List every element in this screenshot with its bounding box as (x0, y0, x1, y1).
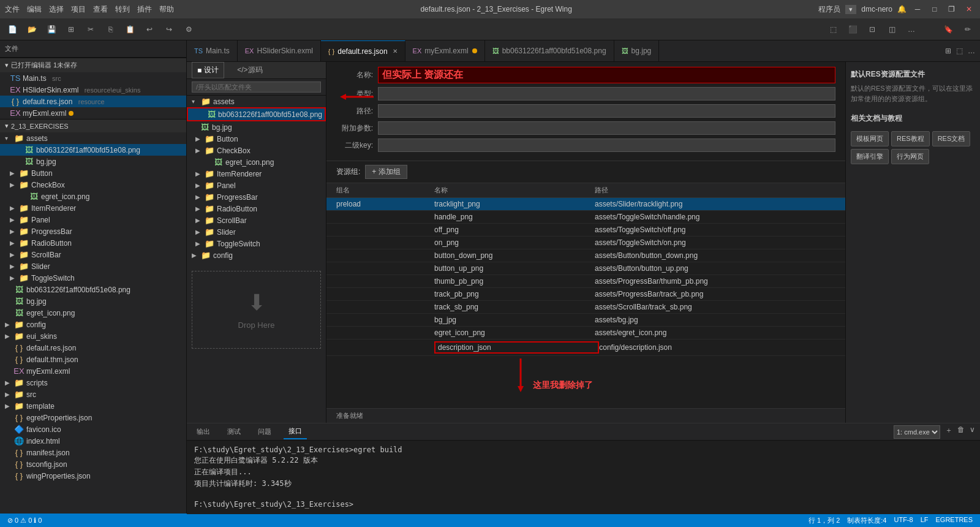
tree-config[interactable]: ▶ 📁 config (0, 319, 186, 330)
minimize-btn[interactable]: ─ (911, 3, 924, 15)
tree-assets[interactable]: ▾ 📁 assets (0, 132, 186, 144)
layout-btn-3[interactable]: ⊡ (865, 22, 880, 37)
panel-slider[interactable]: ▶ 📁 Slider (187, 226, 326, 238)
settings-btn[interactable]: ⚙ (181, 22, 196, 37)
tree-radiobutton[interactable]: ▶ 📁 RadioButton (0, 237, 186, 249)
tab-bb0631[interactable]: 🖼 bb0631226f1aff00bfd51e08.png (485, 40, 614, 62)
tree-scrollbar[interactable]: ▶ 📁 ScrollBar (0, 249, 186, 260)
tab-default-res[interactable]: { } default.res.json ✕ (321, 40, 405, 62)
tree-tsconfig[interactable]: { } tsconfig.json (0, 458, 186, 470)
type-input[interactable] (378, 87, 835, 100)
tab-myexml[interactable]: EX myExml.exml (405, 40, 485, 62)
tree-toggleswitch[interactable]: ▶ 📁 ToggleSwitch (0, 272, 186, 284)
open-editors-section[interactable]: ▾ 已打开编辑器 1未保存 (0, 58, 186, 72)
tree-progressbar[interactable]: ▶ 📁 ProgressBar (0, 226, 186, 237)
icon-edit2[interactable]: ✏ (960, 22, 975, 37)
save-btn[interactable]: 💾 (44, 22, 59, 37)
terminal-tab-problems[interactable]: 问题 (253, 425, 276, 439)
new-file-btn[interactable]: 📄 (5, 22, 20, 37)
table-row-bg-jpg[interactable]: bg_jpg assets/bg.jpg (326, 314, 845, 327)
undo-btn[interactable]: ↩ (142, 22, 157, 37)
restore-btn[interactable]: ❐ (946, 3, 958, 15)
tree-panel[interactable]: ▶ 📁 Panel (0, 214, 186, 226)
tree-bg-root[interactable]: 🖼 bg.jpg (0, 295, 186, 307)
more-actions-btn[interactable]: … (968, 47, 975, 55)
tab-main-ts[interactable]: TS Main.ts (187, 40, 238, 62)
panel-egret-icon[interactable]: 🖼 egret_icon.png (187, 156, 326, 168)
table-row-btn-up[interactable]: button_up_png assets/Button/button_up.pn… (326, 262, 845, 275)
copy-btn[interactable]: ⎘ (103, 22, 118, 37)
split-editor-btn[interactable]: ⊞ (945, 47, 951, 55)
tree-bg[interactable]: 🖼 bg.jpg (0, 156, 186, 167)
paste-btn[interactable]: 📋 (123, 22, 137, 37)
rsb-btn-res-tutorial[interactable]: RES教程 (891, 131, 930, 146)
menu-edit[interactable]: 编辑 (27, 4, 42, 15)
terminal-select[interactable]: 1: cmd.exe (894, 425, 940, 439)
sub-tab-source[interactable]: </>源码 (232, 62, 268, 78)
notification-icon[interactable]: 🔔 (897, 5, 907, 13)
table-row-description[interactable]: description_json config/description.json (326, 339, 845, 356)
profile-selector[interactable]: ▾ (845, 5, 856, 14)
tree-wing-props[interactable]: { } wingProperties.json (0, 470, 186, 482)
table-row-handle[interactable]: handle_png assets/ToggleSwitch/handle.pn… (326, 211, 845, 224)
menu-view[interactable]: 查看 (93, 4, 108, 15)
menu-select[interactable]: 选择 (49, 4, 64, 15)
tab-bg[interactable]: 🖼 bg.jpg (614, 40, 660, 62)
close-btn[interactable]: ✕ (963, 3, 975, 15)
tree-scripts[interactable]: ▶ 📁 scripts (0, 377, 186, 389)
extra-input[interactable] (378, 121, 835, 135)
tree-eui-skins[interactable]: ▶ 📁 eui_skins (0, 330, 186, 342)
tree-checkbox[interactable]: ▶ 📁 CheckBox (0, 179, 186, 191)
panel-checkbox[interactable]: ▶ 📁 CheckBox (187, 145, 326, 156)
tree-manifest[interactable]: { } manifest.json (0, 447, 186, 458)
icon-bookmark[interactable]: 🔖 (941, 22, 956, 37)
tab-hslider[interactable]: EX HSliderSkin.exml (238, 40, 321, 62)
panel-radiobutton[interactable]: ▶ 📁 RadioButton (187, 203, 326, 214)
panel-progressbar[interactable]: ▶ 📁 ProgressBar (187, 191, 326, 203)
panel-toggleswitch[interactable]: ▶ 📁 ToggleSwitch (187, 238, 326, 249)
layout-btn-2[interactable]: ⬛ (845, 22, 860, 37)
open-file-main[interactable]: TS Main.ts src (0, 72, 186, 84)
path-input[interactable] (378, 104, 835, 118)
menu-goto[interactable]: 转到 (115, 4, 130, 15)
terminal-tab-test[interactable]: 测试 (222, 425, 246, 439)
project-section[interactable]: ▾ 2_13_EXERCISES (0, 119, 186, 132)
table-row-track-pb[interactable]: track_pb_png assets/ProgressBar/track_pb… (326, 288, 845, 301)
table-row-on[interactable]: on_png assets/ToggleSwitch/on.png (326, 237, 845, 249)
tree-index-html[interactable]: 🌐 index.html (0, 435, 186, 447)
sidebar-right-btn[interactable]: ◫ (884, 22, 899, 37)
panel-scrollbar[interactable]: ▶ 📁 ScrollBar (187, 214, 326, 226)
open-file-hslider[interactable]: EX HSliderSkin.exml resource\eui_skins (0, 84, 186, 96)
file-filter-input[interactable] (192, 82, 321, 93)
menu-file[interactable]: 文件 (5, 4, 20, 15)
tree-egret-icon[interactable]: 🖼 egret_icon.png (0, 191, 186, 202)
panel-bb0631[interactable]: 🖼 bb0631226f1aff00bfd51e08.png (187, 107, 326, 121)
tree-egret-icon-root[interactable]: 🖼 egret_icon.png (0, 307, 186, 319)
panel-panel[interactable]: ▶ 📁 Panel (187, 180, 326, 191)
name-input-error[interactable]: 但实际上 资源还在 (378, 67, 835, 83)
table-row-btn-down[interactable]: button_down_png assets/Button/button_dow… (326, 249, 845, 262)
redo-btn[interactable]: ↪ (162, 22, 176, 37)
terminal-tab-output[interactable]: 输出 (192, 425, 215, 439)
rsb-btn-translate[interactable]: 翻译引擎 (851, 149, 889, 164)
table-row-off[interactable]: off_png assets/ToggleSwitch/off.png (326, 224, 845, 237)
tree-favicon[interactable]: 🔷 favicon.ico (0, 423, 186, 435)
rsb-btn-res-docs[interactable]: RES文档 (932, 131, 971, 146)
panel-bg[interactable]: 🖼 bg.jpg (187, 121, 326, 133)
collapse-panel-btn[interactable]: ⬚ (956, 47, 963, 55)
menu-help[interactable]: 帮助 (159, 4, 174, 15)
cut-btn[interactable]: ✂ (83, 22, 98, 37)
panel-config[interactable]: ▶ 📁 config (187, 249, 326, 261)
layout-btn-1[interactable]: ⬚ (826, 22, 840, 37)
menu-plugins[interactable]: 插件 (137, 4, 152, 15)
tab-close-btn[interactable]: ✕ (393, 48, 398, 55)
tree-template[interactable]: ▶ 📁 template (0, 400, 186, 412)
open-btn[interactable]: 📂 (24, 22, 39, 37)
tree-default-res[interactable]: { } default.res.json (0, 342, 186, 354)
menu-project[interactable]: 项目 (71, 4, 86, 15)
tree-button[interactable]: ▶ 📁 Button (0, 167, 186, 179)
sub-tab-design[interactable]: ■ 设计 (192, 62, 224, 78)
open-file-default-res[interactable]: { } default.res.json resource (0, 96, 186, 107)
panel-assets[interactable]: ▾ 📁 assets (187, 96, 326, 107)
more-btn[interactable]: … (904, 22, 919, 37)
